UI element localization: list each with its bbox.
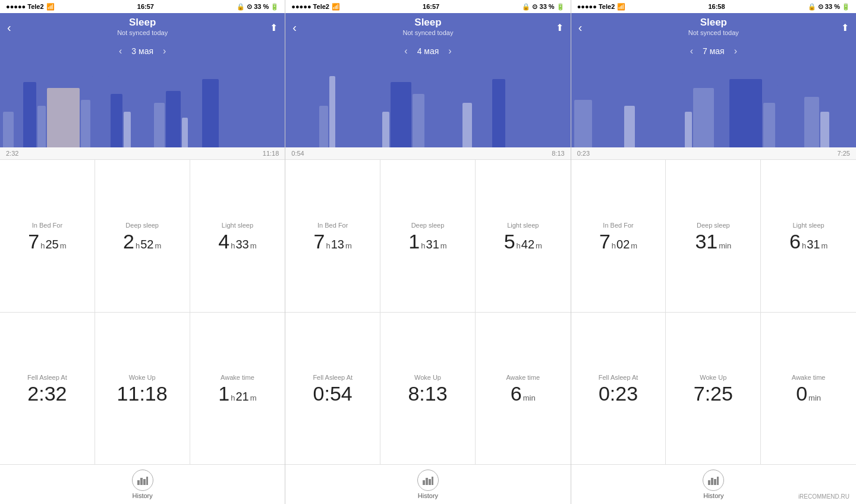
stat-value-3-3: 0:23 xyxy=(599,383,638,404)
status-right-1: 🔒 ⊙ 33 % 🔋 xyxy=(237,3,279,11)
status-bar-2: ●●●●● Tele2 📶 16:57 🔒 ⊙ 33 % 🔋 xyxy=(285,0,570,13)
time-end-3: 7:25 xyxy=(838,150,850,157)
date-label-1: 3 мая xyxy=(131,46,153,56)
stat-h-unit-2-2: h xyxy=(517,241,521,250)
stat-label-2-2: Light sleep xyxy=(507,222,539,229)
status-bar-3: ●●●●● Tele2 📶 16:58 🔒 ⊙ 33 % 🔋 xyxy=(571,0,856,13)
app-header-2: ‹ Sleep Not synced today ⬆ xyxy=(285,13,570,41)
sleep-chart-1 xyxy=(0,61,285,147)
next-date-button-3[interactable]: › xyxy=(734,46,737,56)
stat-value-3-1: 31 min xyxy=(695,231,731,251)
svg-rect-1 xyxy=(140,478,143,485)
history-button-2[interactable]: History xyxy=(417,470,439,499)
sleep-bar-3-6 xyxy=(715,94,728,147)
sleep-bar-3-7 xyxy=(729,79,762,147)
app-header-1: ‹ Sleep Not synced today ⬆ xyxy=(0,13,285,41)
sleep-bar-2-5 xyxy=(391,82,411,147)
stat-label-2-3: Fell Asleep At xyxy=(313,374,353,381)
stat-hours-2-0: 7 xyxy=(314,231,325,251)
history-button-1[interactable]: History xyxy=(132,470,153,499)
history-label-3: History xyxy=(703,492,723,499)
stat-hours-2-2: 5 xyxy=(504,231,515,251)
stat-cell-2-3: Fell Asleep At 0:54 xyxy=(285,313,380,465)
status-time-1: 16:57 xyxy=(137,3,154,10)
stat-cell-3-0: In Bed For 7 h 02 m xyxy=(571,160,666,313)
time-labels-2: 0:54 8:13 xyxy=(285,147,570,160)
stat-m-unit-1-5: m xyxy=(250,393,257,402)
history-label-2: History xyxy=(418,492,438,499)
sync-button-3[interactable]: ⬆ xyxy=(841,21,849,33)
svg-rect-3 xyxy=(146,477,148,485)
stats-grid-3: In Bed For 7 h 02 m Deep sleep 31 min Li… xyxy=(571,160,856,465)
stat-cell-3-2: Light sleep 6 h 31 m xyxy=(761,160,856,313)
prev-date-button-2[interactable]: ‹ xyxy=(404,46,407,56)
stat-h-unit-1-0: h xyxy=(40,241,45,250)
sleep-bar-3-0 xyxy=(574,100,592,147)
stat-label-2-0: In Bed For xyxy=(317,222,348,229)
stat-time-val-1-3: 2:32 xyxy=(27,383,67,404)
stat-value-1-2: 4 h 33 m xyxy=(218,231,256,251)
svg-rect-10 xyxy=(714,479,716,485)
svg-rect-0 xyxy=(137,480,140,485)
svg-rect-11 xyxy=(717,477,719,485)
stat-time-val-1-4: 11:18 xyxy=(117,383,168,404)
stat-value-2-5: 6 min xyxy=(511,383,536,404)
sleep-bar-3-10 xyxy=(804,97,819,147)
stat-value-1-4: 11:18 xyxy=(117,383,168,404)
sync-button-1[interactable]: ⬆ xyxy=(270,21,278,33)
stat-m-unit-3-2: m xyxy=(821,241,827,250)
wifi-icon-3: 📶 xyxy=(617,3,625,11)
stat-time-val-2-4: 8:13 xyxy=(408,383,447,404)
next-date-button-2[interactable]: › xyxy=(448,46,451,56)
sleep-bar-3-4 xyxy=(685,112,692,147)
stat-cell-1-0: In Bed For 7 h 25 m xyxy=(0,160,95,313)
stat-cell-1-4: Woke Up 11:18 xyxy=(95,313,190,465)
time-start-1: 2:32 xyxy=(6,150,18,157)
sync-button-2[interactable]: ⬆ xyxy=(556,21,564,33)
stat-min-val-2-5: 6 xyxy=(511,383,522,404)
sleep-bar-2-10 xyxy=(492,79,505,147)
sleep-bar-1-6 xyxy=(92,76,109,147)
stats-grid-2: In Bed For 7 h 13 m Deep sleep 1 h 31 m … xyxy=(285,160,570,465)
sleep-bar-2-0 xyxy=(288,88,318,147)
stat-cell-3-5: Awake time 0 min xyxy=(761,313,856,465)
sleep-bar-1-2 xyxy=(23,82,36,147)
sleep-bar-1-8 xyxy=(124,112,131,147)
stat-hours-2-1: 1 xyxy=(408,231,420,251)
stat-value-2-3: 0:54 xyxy=(313,383,353,404)
history-button-3[interactable]: History xyxy=(703,470,724,499)
stat-label-1-3: Fell Asleep At xyxy=(27,374,67,381)
sleep-bar-1-4 xyxy=(47,88,80,147)
sleep-bar-3-5 xyxy=(693,88,714,147)
stat-hours-1-0: 7 xyxy=(28,231,39,251)
stat-h-unit-2-1: h xyxy=(421,241,425,250)
bar-chart-icon-3 xyxy=(708,475,719,485)
date-nav-1: ‹ 3 мая › xyxy=(0,41,285,61)
stat-value-2-0: 7 h 13 m xyxy=(314,231,352,251)
sleep-bar-3-11 xyxy=(820,112,829,147)
phone-screen-3: ●●●●● Tele2 📶 16:58 🔒 ⊙ 33 % 🔋 ‹ Sleep N… xyxy=(571,0,856,504)
stat-value-2-4: 8:13 xyxy=(408,383,447,404)
sleep-bar-2-9 xyxy=(473,91,491,147)
stat-cell-2-5: Awake time 6 min xyxy=(476,313,571,465)
phone-screen-2: ●●●●● Tele2 📶 16:57 🔒 ⊙ 33 % 🔋 ‹ Sleep N… xyxy=(285,0,571,504)
battery-icon-3: 🔒 ⊙ 33 % 🔋 xyxy=(808,3,850,11)
stat-value-2-1: 1 h 31 m xyxy=(408,231,446,251)
stat-cell-1-2: Light sleep 4 h 33 m xyxy=(190,160,285,313)
sleep-bar-1-10 xyxy=(154,103,165,147)
status-left-2: ●●●●● Tele2 📶 xyxy=(291,3,340,11)
next-date-button-1[interactable]: › xyxy=(163,46,166,56)
stat-m-unit-2-1: m xyxy=(440,241,447,250)
prev-date-button-3[interactable]: ‹ xyxy=(690,46,693,56)
sleep-bar-1-3 xyxy=(37,106,46,147)
stat-mins-1-1: 52 xyxy=(140,238,153,251)
time-end-1: 11:18 xyxy=(263,150,279,157)
stat-time-val-2-3: 0:54 xyxy=(313,383,353,404)
stat-hours-1-5: 1 xyxy=(218,383,229,404)
app-header-3: ‹ Sleep Not synced today ⬆ xyxy=(571,13,856,41)
signal-carrier-3: ●●●●● Tele2 xyxy=(577,3,615,10)
stat-label-3-2: Light sleep xyxy=(792,222,824,229)
sleep-bar-1-12 xyxy=(182,118,188,147)
status-time-3: 16:58 xyxy=(708,3,725,10)
prev-date-button-1[interactable]: ‹ xyxy=(119,46,122,56)
